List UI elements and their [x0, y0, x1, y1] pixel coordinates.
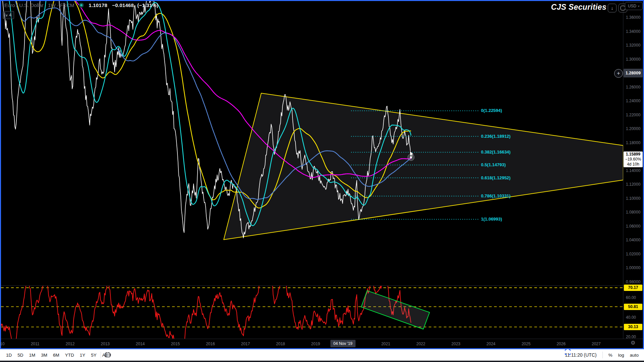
time-axis-label: 2023 [448, 342, 463, 346]
calendar-arrow-icon [105, 352, 111, 358]
time-axis-label: 2022 [414, 342, 428, 346]
camera-frame-icon [621, 6, 625, 10]
time-axis-label: 2011 [28, 342, 43, 346]
time-axis[interactable]: 2010201120122013201420152016201720182019… [0, 339, 623, 348]
time-axis-label: 2021 [378, 342, 393, 346]
crosshair-date-badge: 04 Nov '19 [330, 340, 356, 347]
time-axis-label: 2027 [589, 342, 603, 346]
time-axis-label: 2013 [98, 342, 113, 346]
range-button-1m[interactable]: 1M [29, 353, 36, 358]
legend-change: −0.01468 [112, 2, 134, 8]
rsi-level-badge: 70.17 [624, 285, 642, 291]
time-axis-label: 2018 [273, 342, 288, 346]
rsi-axis-tick: 20.00 [626, 335, 636, 339]
price-axis-tick: 1.34000 [626, 29, 640, 34]
collapsed-indicators-count: 4 [9, 13, 11, 17]
time-axis-label: 2016 [203, 342, 218, 346]
last-change-pct: −19.60% [625, 157, 641, 162]
time-axis-label: 2012 [63, 342, 77, 346]
arrow-down-icon: ↓ [611, 5, 613, 11]
bottom-edge-strip [0, 361, 644, 362]
legend-change-pct: (−1.31%) [137, 2, 158, 8]
range-button-6m[interactable]: 6M [53, 353, 59, 358]
time-axis-label: 2015 [168, 342, 183, 346]
chevron-down-icon: ∨ [5, 13, 8, 17]
bar-countdown: 4d 10h [627, 162, 639, 167]
fib-level-label: 0.618(1.12952) [481, 175, 511, 180]
price-axis-tick: 1.00000 [626, 265, 640, 270]
fib-level-label: 0.382(1.16634) [481, 149, 511, 155]
symbol-legend[interactable]: Euro / U.S. Dollar · 1W · FXCM 1.10178 −… [4, 2, 158, 8]
legend-price: 1.10178 [89, 2, 107, 8]
price-axis-tick: 1.30000 [626, 57, 640, 62]
price-axis-tick: 1.32000 [626, 43, 640, 48]
price-axis-tick: 1.08000 [626, 210, 640, 215]
fib-level-label: 1(1.06993) [481, 217, 502, 222]
scale-button-auto[interactable]: auto [630, 353, 639, 358]
price-axis-tick: 1.12000 [626, 182, 640, 187]
rsi-level-badge: 50.81 [624, 304, 642, 310]
rsi-channel-drawing[interactable] [361, 291, 430, 329]
price-axis-tick: 1.10000 [626, 196, 640, 201]
symbol-title[interactable]: Euro / U.S. Dollar · 1W · FXCM [4, 2, 74, 8]
fib-level-label: 0(1.22594) [481, 108, 502, 113]
fib-level-label: 0.236(1.18912) [481, 134, 511, 139]
price-axis-tick: 1.18000 [626, 140, 640, 145]
time-axis-label: 2010 [0, 342, 7, 346]
rsi-axis-tick: 60.00 [626, 295, 636, 300]
scale-buttons: %logauto [608, 353, 639, 358]
broker-logo[interactable]: CJS Securities [551, 3, 606, 12]
time-axis-label: 2014 [133, 342, 148, 346]
time-axis-label: 2026 [554, 342, 569, 346]
range-button-1y[interactable]: 1Y [80, 353, 86, 358]
price-axis-tick: 0.98000 [626, 280, 640, 284]
range-button-1d[interactable]: 1D [6, 353, 12, 358]
fib-level-label: 0.786(1.10331) [481, 193, 511, 198]
price-axis-tick: 1.24000 [626, 99, 640, 103]
rsi-line-series [0, 268, 411, 351]
range-button-3m[interactable]: 3M [41, 353, 47, 358]
time-axis-label: 2019 [308, 342, 323, 346]
toolbar-divider [602, 352, 603, 358]
indicators-collapse-button[interactable]: ∨ 4 [3, 11, 14, 19]
price-axis-tick: 1.02000 [626, 252, 640, 256]
bottom-toolbar: 1D5D1M3M6MYTD1Y5YAll 11:11:20 (UTC) %log… [0, 349, 644, 361]
settings-gear-icon[interactable]: ⚙ [631, 340, 635, 346]
add-alert-plus-button[interactable]: + [614, 69, 623, 78]
price-axis-tick: 1.14000 [626, 168, 640, 173]
price-axis-tick: 1.20000 [626, 126, 640, 131]
range-button-5d[interactable]: 5D [17, 353, 23, 358]
chart-canvas[interactable] [0, 0, 644, 362]
last-price-badge: 1.15899 −19.60% 4d 10h [624, 152, 643, 167]
range-button-5y[interactable]: 5Y [91, 353, 97, 358]
time-axis-label: 2025 [519, 342, 533, 346]
chart-widget: Euro / U.S. Dollar · 1W · FXCM 1.10178 −… [0, 0, 644, 362]
widget-border-left [0, 0, 1, 349]
last-price: 1.15899 [626, 152, 640, 157]
download-button[interactable]: ↓ [608, 4, 616, 12]
price-axis-tick: 1.04000 [626, 238, 640, 242]
currency-label: USD [628, 4, 636, 8]
currency-dropdown[interactable]: USD ∨ [625, 2, 643, 10]
triangle-pattern-drawing[interactable] [224, 93, 623, 240]
toolbar-divider [101, 352, 101, 358]
scale-button-%[interactable]: % [608, 353, 612, 358]
price-axis-tick: 1.22000 [626, 113, 640, 117]
widget-border-top [0, 0, 644, 1]
time-axis-label: 2024 [484, 342, 498, 346]
range-button-ytd[interactable]: YTD [65, 353, 74, 358]
chevron-down-icon: ∨ [638, 5, 640, 8]
price-axis-tick: 1.36000 [626, 15, 640, 20]
date-range-buttons: 1D5D1M3M6MYTD1Y5YAll [6, 349, 107, 361]
market-status-icon [79, 3, 84, 8]
price-axis-tick: 1.06000 [626, 224, 640, 229]
time-axis-label: 2017 [238, 342, 253, 346]
rsi-level-lines[interactable] [1, 288, 623, 327]
rsi-axis-tick: 40.00 [626, 315, 636, 320]
rsi-level-badge: 30.13 [624, 324, 642, 330]
last-price-marker [410, 156, 412, 158]
scale-button-log[interactable]: log [618, 353, 624, 358]
fib-level-label: 0.5(1.14793) [481, 162, 506, 167]
fullscreen-icon[interactable] [565, 349, 571, 355]
price-axis-tick: 1.26000 [626, 85, 640, 89]
